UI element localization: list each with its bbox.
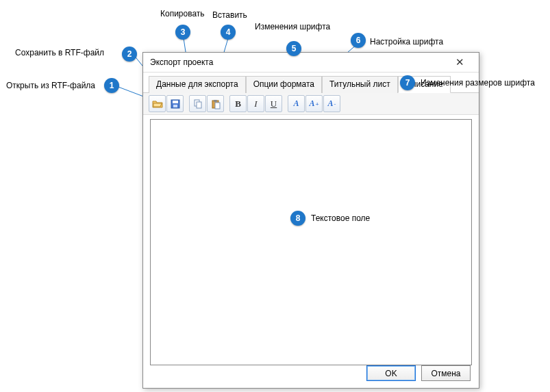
italic-icon: I [254,99,257,109]
svg-rect-9 [173,101,178,103]
italic-button[interactable]: I [247,95,264,112]
dialog-title: Экспорт проекта [150,57,213,67]
cancel-button[interactable]: Отмена [421,365,471,381]
callout-label-6: Настройка шрифта [370,37,443,47]
callout-bubble-1: 1 [104,78,119,93]
description-textarea[interactable] [150,119,472,365]
callout-bubble-8: 8 [290,211,305,226]
callout-label-8: Текстовое поле [311,213,370,223]
save-rtf-button[interactable] [166,95,184,112]
callout-label-1: Открыть из RTF-файла [6,81,95,90]
callout-bubble-3: 3 [175,25,190,40]
callout-bubble-2: 2 [122,47,137,62]
folder-open-icon [152,99,163,109]
svg-rect-15 [215,103,220,109]
bold-icon: B [235,99,241,109]
font-increase-button[interactable]: A+ [305,95,323,112]
dialog-buttons: OK Отмена [366,365,471,381]
paste-button[interactable] [207,95,224,112]
svg-rect-12 [197,102,201,108]
tab-title-page[interactable]: Титульный лист [322,76,398,93]
underline-icon: U [271,99,277,109]
callout-bubble-7: 7 [400,75,415,90]
svg-rect-14 [214,100,217,102]
bold-button[interactable]: B [229,95,247,112]
rtf-toolbar: B I U A A+ A- [143,93,479,115]
copy-icon [192,99,203,109]
font-decrease-button[interactable]: A- [323,95,340,112]
ok-button[interactable]: OK [366,365,416,381]
callout-label-4: Вставить [212,10,247,20]
callout-label-2: Сохранить в RTF-файл [15,48,104,57]
svg-rect-10 [173,105,177,107]
font-dialog-button[interactable]: A [288,95,305,112]
save-icon [170,99,181,109]
font-decrease-icon: A- [327,99,336,109]
underline-button[interactable]: U [265,95,282,112]
callout-bubble-6: 6 [351,33,366,48]
tab-export-data[interactable]: Данные для экспорта [149,76,246,93]
callout-bubble-5: 5 [286,41,301,56]
copy-button[interactable] [189,95,206,112]
titlebar: Экспорт проекта ✕ [143,53,479,73]
paste-icon [210,99,221,109]
callout-label-3: Копировать [160,9,205,18]
callout-label-5: Изменения шрифта [255,22,330,31]
font-increase-icon: A+ [309,99,318,109]
tab-format-options[interactable]: Опции формата [246,76,322,93]
open-rtf-button[interactable] [149,95,166,112]
close-icon[interactable]: ✕ [446,56,473,68]
callout-label-7: Изменения размеров шрифта [421,78,535,88]
callout-bubble-4: 4 [221,25,236,40]
font-icon: A [293,99,299,109]
